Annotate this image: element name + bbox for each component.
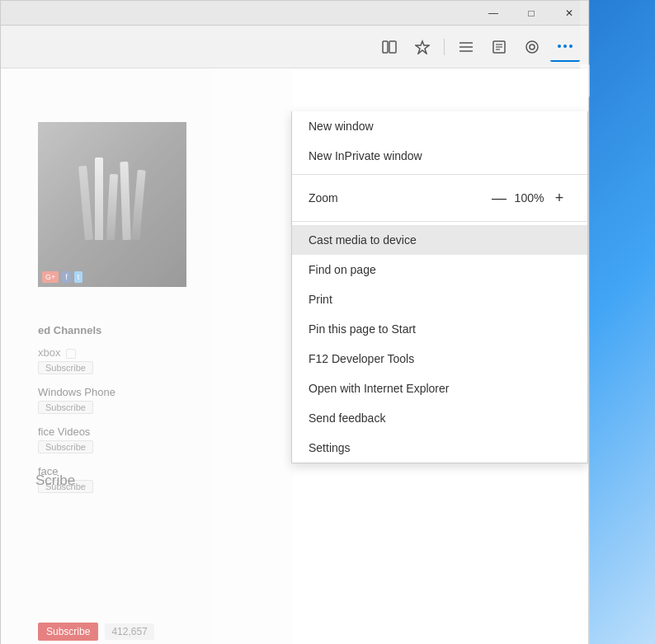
window-controls: — □ ✕: [474, 1, 588, 26]
menu-item-f12-tools[interactable]: F12 Developer Tools: [292, 344, 587, 374]
menu-item-new-window[interactable]: New window: [292, 111, 587, 141]
menu-item-print[interactable]: Print: [292, 284, 587, 314]
zoom-row: Zoom — 100% +: [292, 178, 587, 218]
svg-rect-0: [383, 41, 388, 53]
more-icon[interactable]: [550, 32, 580, 62]
menu-item-cast-media[interactable]: Cast media to device: [292, 225, 587, 255]
svg-marker-2: [416, 41, 429, 54]
svg-point-10: [526, 41, 538, 53]
title-bar: — □ ✕: [1, 1, 588, 26]
zoom-value: 100%: [511, 191, 548, 204]
svg-point-12: [558, 45, 561, 48]
menu-item-open-ie[interactable]: Open with Internet Explorer: [292, 374, 587, 403]
menu-item-find-on-page[interactable]: Find on page: [292, 255, 587, 284]
svg-point-13: [563, 45, 567, 48]
svg-point-11: [530, 45, 535, 49]
browser-window: — □ ✕: [0, 0, 589, 644]
favorites-icon[interactable]: [408, 32, 437, 62]
zoom-label: Zoom: [309, 191, 488, 204]
hub-icon[interactable]: [451, 32, 481, 62]
zoom-plus-button[interactable]: +: [548, 186, 571, 209]
minimize-button[interactable]: —: [474, 1, 512, 26]
notes-icon[interactable]: [484, 32, 514, 62]
zoom-minus-button[interactable]: —: [488, 186, 511, 209]
svg-point-14: [569, 45, 573, 48]
page-content: G+ f t Subscribe 412,657 ed Channels xbo…: [1, 68, 588, 644]
maximize-button[interactable]: □: [512, 1, 550, 26]
menu-separator: [292, 221, 587, 222]
browser-toolbar: [1, 26, 588, 68]
dropdown-menu: New window New InPrivate window Zoom — 1…: [291, 111, 588, 463]
menu-item-settings[interactable]: Settings: [292, 433, 587, 463]
svg-rect-1: [389, 41, 396, 53]
share-icon[interactable]: [517, 32, 547, 62]
toolbar-separator: [444, 39, 445, 55]
menu-item-new-inprivate[interactable]: New InPrivate window: [292, 141, 587, 171]
menu-item-send-feedback[interactable]: Send feedback: [292, 403, 587, 433]
menu-item-pin-to-start[interactable]: Pin this page to Start: [292, 314, 587, 344]
reading-view-icon[interactable]: [375, 32, 404, 62]
menu-separator: [292, 174, 587, 175]
